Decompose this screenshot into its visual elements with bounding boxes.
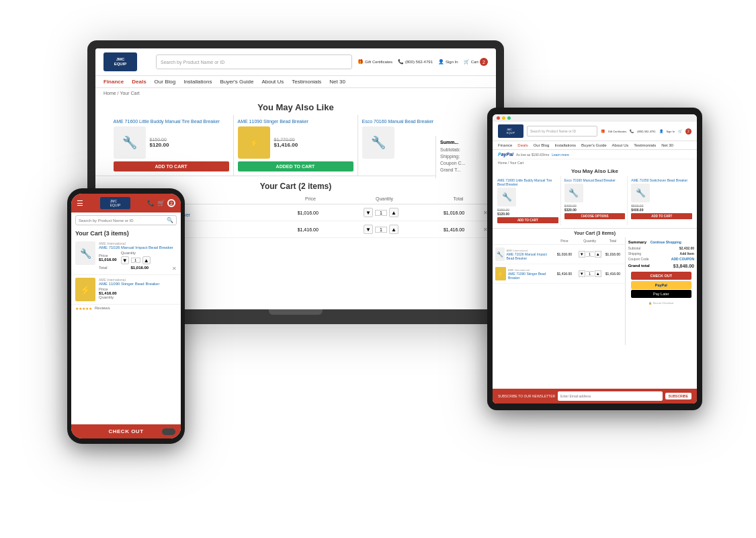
nav-deals[interactable]: Deals (132, 79, 146, 85)
tablet-add-to-cart-1[interactable]: ADD TO CART (497, 217, 558, 223)
tablet-price-new-2: $320.00 (564, 208, 626, 212)
phone-item-name-1[interactable]: AME 71026 Manual Impact Bead Breaker (99, 245, 177, 249)
product-image-3: 🔧 (362, 126, 394, 159)
tablet-subtotal-value: $2,432.00 (679, 246, 694, 250)
tablet-price-col-header: Price (553, 239, 576, 243)
hamburger-icon[interactable]: ☰ (77, 199, 83, 208)
phone-checkout-button[interactable]: CHECK OUT (108, 428, 143, 434)
paypal-learn-more[interactable]: Learn more (552, 153, 569, 157)
tablet-nav-installations[interactable]: Installations (554, 143, 576, 147)
phone-checkout-toggle[interactable] (162, 428, 175, 435)
qty-decrease-2[interactable]: ▼ (364, 225, 373, 234)
nav-net30[interactable]: Net 30 (329, 79, 345, 85)
tablet-add-to-cart-2[interactable]: CHOOSE OPTIONS (564, 213, 626, 219)
tablet-nav-about[interactable]: About Us (612, 143, 629, 147)
laptop-search-bar[interactable]: Search by Product Name or ID (156, 54, 352, 69)
tablet-qty-dec-2[interactable]: ▼ (579, 270, 585, 277)
phone-cart-icon[interactable]: 🛒 (157, 200, 165, 206)
tablet-item-price-1: $1,016.00 (553, 252, 576, 256)
phone-item-name-2[interactable]: AME 11090 Stinger Bead Breaker (99, 282, 177, 286)
phone-call-icon: 📞 (147, 200, 155, 206)
newsletter-email-input[interactable] (558, 391, 662, 401)
tablet-nav-buyers[interactable]: Buyer's Guide (581, 143, 607, 147)
tablet-item-total-2: $1,416.00 (603, 272, 622, 276)
tablet-coupon-link[interactable]: ADD COUPON (671, 257, 694, 261)
phone-remove-1[interactable]: ✕ (172, 266, 177, 272)
cart-button[interactable]: 🛒 Cart 2 (464, 58, 488, 66)
sign-in-button[interactable]: 👤 Sign In (438, 59, 458, 65)
nav-installations[interactable]: Installations (183, 79, 212, 85)
tablet-checkout-button[interactable]: CHECK OUT (631, 272, 691, 280)
nav-blog[interactable]: Our Blog (155, 79, 176, 85)
phone-qty-decrease-1[interactable]: ▼ (121, 256, 129, 264)
added-to-cart-button-2[interactable]: ADDED TO CART (238, 161, 353, 171)
tablet-pay-later-button[interactable]: Pay Later (631, 290, 691, 298)
phone-item-image-1: 🔧 (75, 241, 95, 265)
nav-testimonials[interactable]: Testimonials (292, 79, 321, 85)
tablet-price-new-3: $400.00 (631, 208, 692, 212)
product-card-1: AME 71600 Little Buddy Manual Tire Bead … (110, 115, 234, 176)
nav-buyers-guide[interactable]: Buyer's Guide (220, 79, 253, 85)
tablet-screen: JMCEQUIP Search by Product Name or ID 🎁 … (493, 114, 697, 404)
tablet-qty-control-2: ▼ 1 ▲ (576, 270, 603, 277)
tablet-qty-dec-1[interactable]: ▼ (579, 251, 585, 258)
tablet-you-may-also-like: You May Also Like (493, 166, 697, 176)
grand-total-label: Grand T... (440, 167, 461, 172)
tablet-nav-deals[interactable]: Deals (517, 143, 528, 147)
tablet-nav-blog[interactable]: Our Blog (534, 143, 550, 147)
tablet-qty-inc-2[interactable]: ▲ (595, 270, 601, 277)
total-column-header: Total (429, 196, 488, 201)
summary-title: Summ... (440, 140, 492, 145)
subtotal-label: Subtotab: (440, 147, 460, 152)
tablet-nav-testimonials[interactable]: Testimonials (634, 143, 656, 147)
add-to-cart-button-1[interactable]: ADD TO CART (114, 161, 229, 171)
phone-qty-label-2: Quantity (99, 295, 177, 299)
tablet-cart-header: Price Quantity Total (493, 237, 625, 245)
phone-search-input[interactable] (79, 219, 167, 223)
product-price-new-2: $1,416.00 (274, 142, 298, 148)
phone-cart-count: 2 (167, 199, 175, 207)
product-name-3: Esco 70160 Manual Bead Breaker (362, 119, 478, 124)
tablet-qty-val-1: 1 (586, 252, 594, 257)
product-price-new-1: $120.00 (150, 142, 169, 148)
phone-header-icons: 📞 🛒 2 (147, 199, 175, 207)
tablet-continue-shopping[interactable]: Continue Shopping (650, 240, 681, 244)
tablet-window-controls (493, 114, 697, 122)
tablet-cart-icon[interactable]: 🛒 (678, 129, 682, 133)
tablet-logo: JMCEQUIP (498, 124, 523, 138)
tablet-products-row: AME 71600 Little Buddy Manual Tire Bead … (493, 176, 697, 229)
tablet-shipping-value: Add Item (680, 252, 694, 256)
tablet-product-img-3: 🔧 (631, 184, 650, 202)
laptop-header-icons: 🎁 Gift Certificates 📞 (800) 562-4791 👤 S… (358, 58, 488, 66)
cart-count-badge: 2 (480, 58, 488, 66)
tablet-qty-inc-1[interactable]: ▲ (595, 251, 601, 258)
phone-search[interactable]: 🔍 (75, 215, 177, 225)
product-name-2: AME 11090 Stinger Bead Breaker (238, 119, 353, 124)
tablet-gift-icon: 🎁 (601, 129, 605, 133)
phone-qty-label-1: Quantity (121, 251, 151, 255)
phone-qty-increase-1[interactable]: ▲ (142, 256, 151, 264)
tablet-nav-finance[interactable]: Finance (498, 143, 512, 147)
phone-reviews-label: Reviews (95, 306, 110, 311)
tablet-cart-title: Your Cart (3 items) (493, 229, 697, 237)
tablet-item-name-1[interactable]: AME 71026 Manual Impact Bead Breaker (507, 252, 553, 260)
newsletter-subscribe-button[interactable]: SUBSCRIBE (665, 393, 691, 399)
tablet-paypal-button[interactable]: PayPal (631, 281, 691, 289)
phone-item-image-2: ⚡ (75, 278, 95, 301)
tablet-header-right: 🎁 Gift Certificates 📞 (800) 562-4791 👤 S… (601, 128, 691, 134)
qty-increase-2[interactable]: ▲ (389, 225, 398, 234)
phone-search-icon: 🔍 (167, 217, 173, 223)
qty-increase-1[interactable]: ▲ (389, 208, 398, 217)
nav-finance[interactable]: Finance (103, 79, 124, 85)
quantity-control-2: ▼ 1 ▲ (337, 225, 425, 234)
tablet-phone-icon: 📞 (630, 129, 634, 133)
tablet-search[interactable]: Search by Product Name or ID (527, 126, 597, 137)
tablet-newsletter: SUBSCRIBE TO OUR NEWSLETTER SUBSCRIBE (493, 389, 697, 404)
laptop-nav: Finance Deals Our Blog Installations Buy… (95, 76, 496, 88)
qty-decrease-1[interactable]: ▼ (364, 208, 373, 217)
tablet-item-name-2[interactable]: AME 71090 Stinger Bead Breaker (508, 272, 553, 280)
tablet-paypal-bar: PayPal As low as $190.63/mo Learn more (493, 150, 697, 159)
tablet-nav-net30[interactable]: Net 30 (661, 143, 673, 147)
nav-about[interactable]: About Us (261, 79, 284, 85)
tablet-add-to-cart-3[interactable]: ADD TO CART (631, 213, 692, 219)
